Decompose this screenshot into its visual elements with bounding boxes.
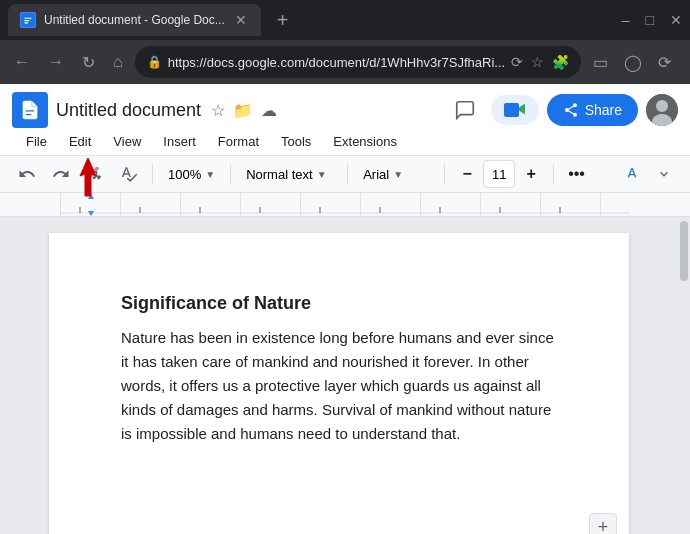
bookmark-icon[interactable]: ☆ (531, 54, 544, 70)
document-page: Significance of Nature Nature has been i… (49, 233, 629, 534)
browser-window: Untitled document - Google Doc... ✕ + – … (0, 0, 690, 534)
toolbar-right (618, 160, 678, 188)
star-icon[interactable]: ☆ (209, 99, 227, 122)
maximize-button[interactable]: □ (646, 12, 654, 28)
font-value: Arial (363, 167, 389, 182)
menu-dots-icon[interactable]: ⋮ (681, 47, 690, 78)
separator-3 (347, 164, 348, 184)
docs-app: Untitled document ☆ 📁 ☁ (0, 84, 690, 217)
formatting-toolbar: 100% ▼ Normal text ▼ Arial ▼ − + •• (0, 155, 690, 193)
profile-icon[interactable]: ◯ (618, 47, 648, 78)
address-text: https://docs.google.com/document/d/1WhHh… (168, 55, 505, 70)
user-avatar[interactable] (646, 94, 678, 126)
more-options-button[interactable]: ••• (562, 160, 591, 188)
font-size-decrease[interactable]: − (453, 160, 481, 188)
redo-button[interactable] (46, 160, 76, 188)
comment-button[interactable] (447, 92, 483, 128)
menu-edit[interactable]: Edit (59, 130, 101, 153)
separator-1 (152, 164, 153, 184)
document-heading: Significance of Nature (121, 293, 557, 314)
share-label: Share (585, 102, 622, 118)
font-chevron-icon: ▼ (393, 169, 403, 180)
new-tab-button[interactable]: + (269, 5, 297, 36)
style-selector[interactable]: Normal text ▼ (239, 160, 339, 188)
docs-logo (12, 92, 48, 128)
home-button[interactable]: ⌂ (107, 47, 129, 77)
vertical-scrollbar[interactable] (678, 217, 690, 534)
docs-menu-bar: File Edit View Insert Format Tools Exten… (0, 128, 690, 155)
paint-format-button[interactable] (80, 160, 110, 188)
scroll-corner-button[interactable]: + (589, 513, 617, 534)
scrollbar-thumb[interactable] (680, 221, 688, 281)
svg-point-3 (656, 100, 668, 112)
lock-icon: 🔒 (147, 55, 162, 69)
document-body[interactable]: Nature has been in existence long before… (121, 326, 557, 446)
ruler (0, 193, 690, 217)
svg-marker-17 (88, 194, 94, 199)
zoom-selector[interactable]: 100% ▼ (161, 160, 222, 188)
forward-button[interactable]: → (42, 47, 70, 77)
expand-button[interactable] (650, 160, 678, 188)
separator-5 (553, 164, 554, 184)
sync-icon[interactable]: ⟳ (652, 47, 677, 78)
browser-tab[interactable]: Untitled document - Google Doc... ✕ (8, 4, 261, 36)
nav-right-icons: ▭ ◯ ⟳ ⋮ (587, 47, 690, 78)
back-button[interactable]: ← (8, 47, 36, 77)
spell-check-button[interactable] (114, 160, 144, 188)
close-button[interactable]: ✕ (670, 12, 682, 28)
share-button[interactable]: Share (547, 94, 638, 126)
docs-header: Untitled document ☆ 📁 ☁ (0, 84, 690, 128)
tab-close-icon[interactable]: ✕ (233, 10, 249, 30)
docs-title-area: Untitled document ☆ 📁 ☁ (56, 99, 439, 122)
svg-rect-1 (504, 103, 519, 117)
ruler-inner (60, 193, 630, 216)
text-format-button[interactable] (618, 160, 646, 188)
reload-icon[interactable]: ⟳ (511, 54, 523, 70)
extension-icon[interactable]: 🧩 (552, 54, 569, 70)
address-bar[interactable]: 🔒 https://docs.google.com/document/d/1Wh… (135, 46, 581, 78)
menu-format[interactable]: Format (208, 130, 269, 153)
page-container[interactable]: Significance of Nature Nature has been i… (0, 217, 678, 534)
font-size-increase[interactable]: + (517, 160, 545, 188)
docs-right-controls: Share (447, 92, 678, 128)
more-options-label: ••• (568, 165, 585, 183)
move-icon[interactable]: 📁 (231, 99, 255, 122)
menu-tools[interactable]: Tools (271, 130, 321, 153)
font-selector[interactable]: Arial ▼ (356, 160, 436, 188)
tab-title: Untitled document - Google Doc... (44, 13, 225, 27)
menu-file[interactable]: File (16, 130, 57, 153)
navigation-bar: ← → ↻ ⌂ 🔒 https://docs.google.com/docume… (0, 40, 690, 84)
font-size-input[interactable] (483, 160, 515, 188)
separator-2 (230, 164, 231, 184)
title-bar: Untitled document - Google Doc... ✕ + – … (0, 0, 690, 40)
docs-title-icons: ☆ 📁 ☁ (209, 99, 279, 122)
docs-title[interactable]: Untitled document (56, 100, 201, 121)
main-area: Significance of Nature Nature has been i… (0, 217, 690, 534)
undo-button[interactable] (12, 160, 42, 188)
zoom-value: 100% (168, 167, 201, 182)
cast-icon[interactable]: ▭ (587, 47, 614, 78)
separator-4 (444, 164, 445, 184)
menu-extensions[interactable]: Extensions (323, 130, 407, 153)
address-icons: ⟳ ☆ 🧩 (511, 54, 569, 70)
style-value: Normal text (246, 167, 312, 182)
meet-button[interactable] (491, 95, 539, 125)
window-controls: – □ ✕ (622, 12, 682, 28)
tab-favicon-icon (20, 12, 36, 28)
zoom-chevron-icon: ▼ (205, 169, 215, 180)
style-chevron-icon: ▼ (317, 169, 327, 180)
cloud-icon[interactable]: ☁ (259, 99, 279, 122)
docs-title-row: Untitled document ☆ 📁 ☁ (56, 99, 439, 122)
refresh-button[interactable]: ↻ (76, 47, 101, 78)
menu-view[interactable]: View (103, 130, 151, 153)
minimize-button[interactable]: – (622, 12, 630, 28)
font-size-control: − + (453, 160, 545, 188)
menu-insert[interactable]: Insert (153, 130, 206, 153)
